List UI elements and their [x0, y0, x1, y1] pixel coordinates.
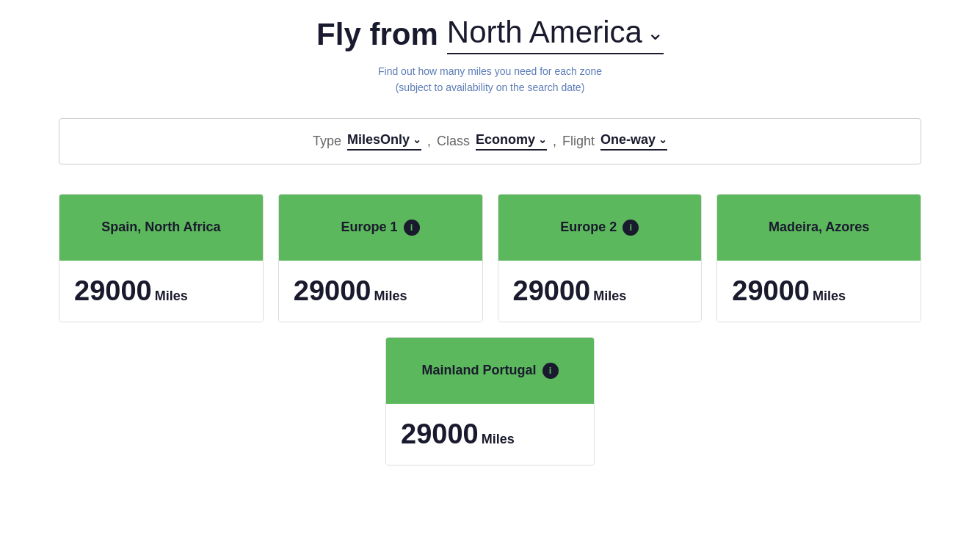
miles-number: 29000: [74, 275, 152, 307]
zone-card-body: 29000 Miles: [717, 261, 921, 322]
type-label: Type: [313, 134, 341, 149]
class-label: Class: [437, 134, 470, 149]
zone-card-header: Europe 2 i: [498, 195, 702, 261]
miles-label: Miles: [374, 289, 407, 304]
type-chevron-icon: ⌄: [413, 134, 421, 145]
zone-card-body: 29000 Miles: [498, 261, 702, 322]
zone-card-madeira-azores: Madeira, Azores 29000 Miles: [716, 194, 921, 322]
zone-card-mainland-portugal: Mainland Portugal i 29000 Miles: [385, 337, 595, 465]
zone-card-europe1: Europe 1 i 29000 Miles: [278, 194, 483, 322]
zone-name: Europe 1: [341, 220, 398, 235]
miles-label: Miles: [482, 432, 515, 447]
filter-bar: Type MilesOnly ⌄ , Class Economy ⌄ , Fli…: [59, 118, 921, 164]
info-icon[interactable]: i: [542, 363, 559, 379]
miles-number: 29000: [401, 418, 479, 450]
miles-label: Miles: [813, 289, 846, 304]
fly-from-label: Fly from: [316, 17, 438, 52]
zone-card-body: 29000 Miles: [386, 404, 594, 465]
zone-name: Europe 2: [560, 220, 617, 235]
class-value: Economy: [476, 132, 535, 148]
zone-card-body: 29000 Miles: [279, 261, 482, 322]
region-name: North America: [447, 15, 642, 50]
miles-label: Miles: [155, 289, 188, 304]
flight-label: Flight: [562, 134, 595, 149]
zone-card-europe2: Europe 2 i 29000 Miles: [498, 194, 703, 322]
zone-card-header: Mainland Portugal i: [386, 338, 594, 404]
type-value: MilesOnly: [347, 132, 410, 148]
header-section: Fly from North America ⌄ Find out how ma…: [59, 15, 921, 96]
miles-number: 29000: [732, 275, 810, 307]
class-chevron-icon: ⌄: [538, 134, 547, 145]
zone-name: Mainland Portugal: [421, 363, 536, 378]
flight-dropdown[interactable]: One-way ⌄: [600, 132, 667, 151]
zones-row-1: Spain, North Africa 29000 Miles Europe 1…: [59, 194, 921, 322]
zone-card-header: Europe 1 i: [279, 195, 482, 261]
miles-number: 29000: [294, 275, 371, 307]
flight-value: One-way: [600, 132, 656, 148]
subtitle: Find out how many miles you need for eac…: [59, 63, 921, 96]
region-selector[interactable]: North America ⌄: [447, 15, 664, 54]
zones-row-2: Mainland Portugal i 29000 Miles: [59, 337, 921, 465]
miles-label: Miles: [593, 289, 626, 304]
chevron-down-icon: ⌄: [647, 21, 664, 45]
class-dropdown[interactable]: Economy ⌄: [476, 132, 547, 151]
info-icon[interactable]: i: [623, 220, 639, 236]
zone-name: Spain, North Africa: [101, 220, 220, 235]
info-icon[interactable]: i: [404, 220, 420, 236]
zone-card-spain-north-africa: Spain, North Africa 29000 Miles: [59, 194, 264, 322]
type-dropdown[interactable]: MilesOnly ⌄: [347, 132, 421, 151]
zone-name: Madeira, Azores: [769, 220, 869, 235]
zone-card-body: 29000 Miles: [59, 261, 263, 322]
miles-number: 29000: [513, 275, 591, 307]
fly-from-title: Fly from North America ⌄: [59, 15, 921, 54]
zone-card-header: Spain, North Africa: [59, 195, 263, 261]
flight-chevron-icon: ⌄: [658, 134, 667, 145]
zone-card-header: Madeira, Azores: [717, 195, 921, 261]
